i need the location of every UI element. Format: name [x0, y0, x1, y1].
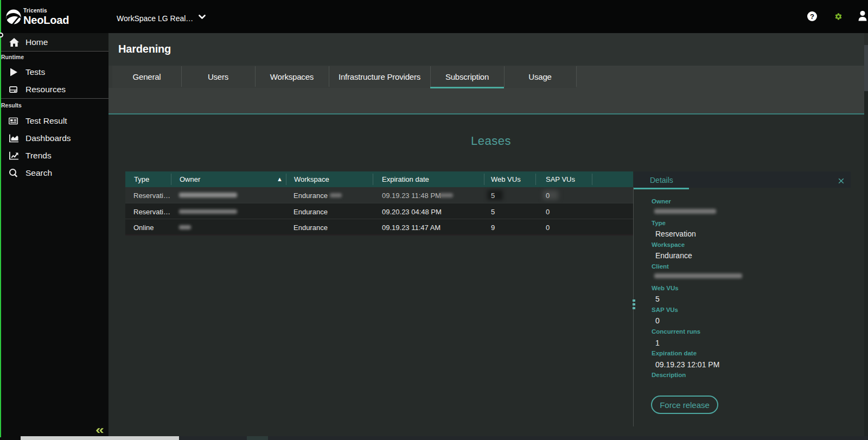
svg-text:?: ? — [810, 12, 814, 21]
